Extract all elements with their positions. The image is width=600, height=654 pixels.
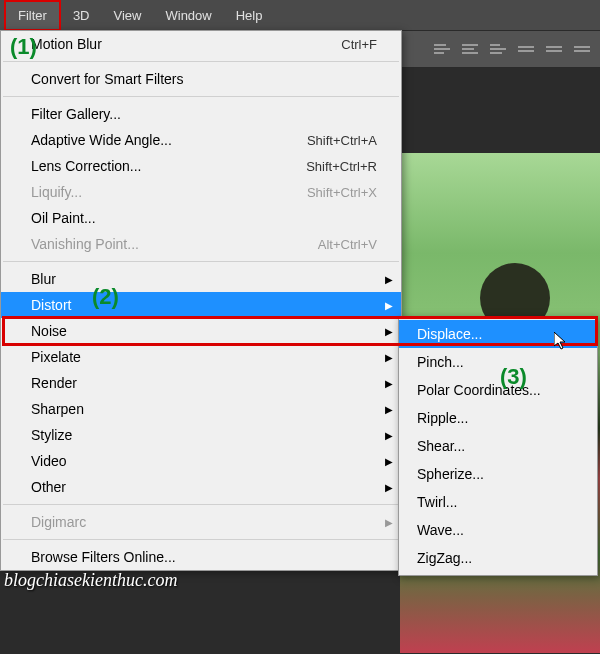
- menu-label: Render: [31, 375, 77, 391]
- menu-label: Sharpen: [31, 401, 84, 417]
- menu-window[interactable]: Window: [153, 2, 223, 29]
- submenu-arrow-icon: ▶: [385, 352, 393, 363]
- menu-label: Pixelate: [31, 349, 81, 365]
- submenu-stylize[interactable]: Stylize ▶: [1, 422, 401, 448]
- submenu-video[interactable]: Video ▶: [1, 448, 401, 474]
- submenu-sharpen[interactable]: Sharpen ▶: [1, 396, 401, 422]
- menu-label: Digimarc: [31, 514, 86, 530]
- menu-shortcut: Alt+Ctrl+V: [318, 237, 377, 252]
- menu-liquify: Liquify... Shift+Ctrl+X: [1, 179, 401, 205]
- menu-filter-gallery[interactable]: Filter Gallery...: [1, 101, 401, 127]
- submenu-arrow-icon: ▶: [385, 326, 393, 337]
- menu-last-filter[interactable]: Motion Blur Ctrl+F: [1, 31, 401, 57]
- submenu-item-polar[interactable]: Polar Coordinates...: [399, 376, 597, 404]
- submenu-arrow-icon: ▶: [385, 404, 393, 415]
- menu-label: Blur: [31, 271, 56, 287]
- filter-dropdown: Motion Blur Ctrl+F Convert for Smart Fil…: [0, 30, 402, 571]
- align-icon[interactable]: [462, 41, 478, 57]
- distribute-icon[interactable]: [546, 41, 562, 57]
- submenu-other[interactable]: Other ▶: [1, 474, 401, 500]
- submenu-item-displace[interactable]: Displace...: [399, 320, 597, 348]
- submenu-item-zigzag[interactable]: ZigZag...: [399, 544, 597, 572]
- submenu-render[interactable]: Render ▶: [1, 370, 401, 396]
- menu-label: Noise: [31, 323, 67, 339]
- submenu-arrow-icon: ▶: [385, 456, 393, 467]
- submenu-arrow-icon: ▶: [385, 517, 393, 528]
- submenu-noise[interactable]: Noise ▶: [1, 318, 401, 344]
- separator: [3, 504, 399, 505]
- menu-label: Vanishing Point...: [31, 236, 139, 252]
- menu-label: Lens Correction...: [31, 158, 142, 174]
- menu-label: Browse Filters Online...: [31, 549, 176, 565]
- menu-label: Filter Gallery...: [31, 106, 121, 122]
- menu-filter[interactable]: Filter: [4, 0, 61, 31]
- submenu-arrow-icon: ▶: [385, 430, 393, 441]
- submenu-digimarc: Digimarc ▶: [1, 509, 401, 535]
- submenu-arrow-icon: ▶: [385, 274, 393, 285]
- menu-oil-paint[interactable]: Oil Paint...: [1, 205, 401, 231]
- menu-label: Distort: [31, 297, 71, 313]
- separator: [3, 539, 399, 540]
- separator: [3, 61, 399, 62]
- menu-3d[interactable]: 3D: [61, 2, 102, 29]
- submenu-arrow-icon: ▶: [385, 300, 393, 311]
- submenu-pixelate[interactable]: Pixelate ▶: [1, 344, 401, 370]
- menu-label: Video: [31, 453, 67, 469]
- menu-label: Convert for Smart Filters: [31, 71, 183, 87]
- separator: [3, 96, 399, 97]
- align-icon[interactable]: [434, 41, 450, 57]
- menu-label: Stylize: [31, 427, 72, 443]
- submenu-blur[interactable]: Blur ▶: [1, 266, 401, 292]
- submenu-arrow-icon: ▶: [385, 378, 393, 389]
- menu-vanishing-point: Vanishing Point... Alt+Ctrl+V: [1, 231, 401, 257]
- menubar: Filter 3D View Window Help: [0, 0, 600, 30]
- distribute-icon[interactable]: [518, 41, 534, 57]
- menu-browse-filters[interactable]: Browse Filters Online...: [1, 544, 401, 570]
- submenu-item-twirl[interactable]: Twirl...: [399, 488, 597, 516]
- menu-shortcut: Shift+Ctrl+A: [307, 133, 377, 148]
- distort-submenu: Displace... Pinch... Polar Coordinates..…: [398, 316, 598, 576]
- align-icon[interactable]: [490, 41, 506, 57]
- menu-label: Other: [31, 479, 66, 495]
- menu-help[interactable]: Help: [224, 2, 275, 29]
- menu-view[interactable]: View: [102, 2, 154, 29]
- menu-shortcut: Shift+Ctrl+R: [306, 159, 377, 174]
- menu-label: Oil Paint...: [31, 210, 96, 226]
- separator: [3, 261, 399, 262]
- menu-adaptive-wide-angle[interactable]: Adaptive Wide Angle... Shift+Ctrl+A: [1, 127, 401, 153]
- submenu-item-pinch[interactable]: Pinch...: [399, 348, 597, 376]
- menu-label: Liquify...: [31, 184, 82, 200]
- menu-convert-smart[interactable]: Convert for Smart Filters: [1, 66, 401, 92]
- submenu-item-spherize[interactable]: Spherize...: [399, 460, 597, 488]
- submenu-item-shear[interactable]: Shear...: [399, 432, 597, 460]
- submenu-item-wave[interactable]: Wave...: [399, 516, 597, 544]
- align-group: [434, 41, 590, 57]
- menu-label: Adaptive Wide Angle...: [31, 132, 172, 148]
- distribute-icon[interactable]: [574, 41, 590, 57]
- submenu-item-ripple[interactable]: Ripple...: [399, 404, 597, 432]
- menu-label: Motion Blur: [31, 36, 102, 52]
- submenu-arrow-icon: ▶: [385, 482, 393, 493]
- menu-lens-correction[interactable]: Lens Correction... Shift+Ctrl+R: [1, 153, 401, 179]
- menu-shortcut: Ctrl+F: [341, 37, 377, 52]
- menu-shortcut: Shift+Ctrl+X: [307, 185, 377, 200]
- submenu-distort[interactable]: Distort ▶: [1, 292, 401, 318]
